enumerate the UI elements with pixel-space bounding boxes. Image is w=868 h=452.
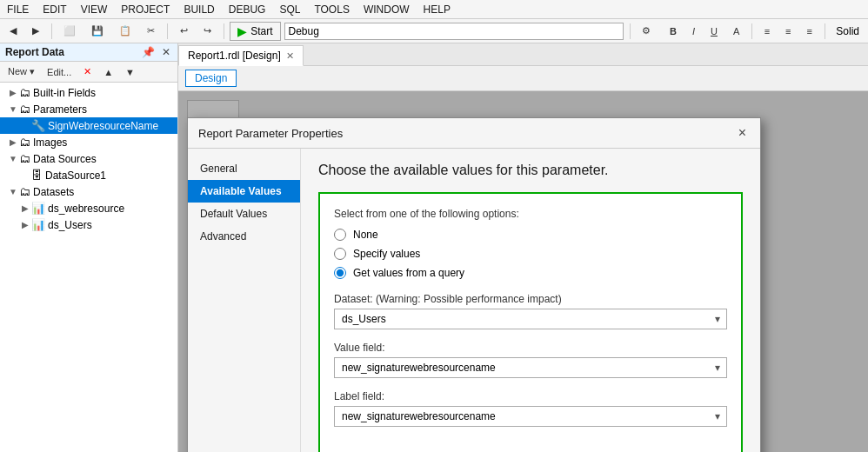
align-center[interactable]: ≡: [779, 23, 797, 39]
start-button[interactable]: ▶ Start: [230, 22, 280, 41]
menu-debug[interactable]: DEBUG: [222, 2, 273, 17]
move-up-btn[interactable]: ▲: [99, 65, 117, 79]
radio-query-input[interactable]: [334, 267, 346, 279]
menu-sql[interactable]: SQL: [272, 2, 307, 17]
design-btn[interactable]: Design: [185, 70, 237, 87]
toolbar-redo[interactable]: ↪: [197, 23, 217, 39]
new-label: New: [8, 66, 27, 76]
expand-builtin[interactable]: ▶: [7, 88, 19, 97]
toolbar-undo[interactable]: ↩: [174, 23, 194, 39]
dialog: Report Parameter Properties × General Av…: [187, 117, 761, 452]
debug-dropdown[interactable]: Debug: [284, 23, 624, 40]
dataset-section: Dataset: (Warning: Possible performance …: [334, 293, 727, 329]
param-icon: 🔧: [31, 119, 45, 132]
menu-file[interactable]: FILE: [0, 2, 36, 17]
nav-general[interactable]: General: [188, 157, 300, 180]
report-data-title: Report Data: [5, 46, 64, 58]
menu-tools[interactable]: TOOLS: [307, 2, 356, 17]
datasource1-icon: 🗄: [31, 169, 43, 182]
radio-specify-input[interactable]: [334, 248, 346, 260]
panel-header-icons: 📌 ✕: [140, 46, 172, 58]
new-dropdown-btn[interactable]: New ▾: [3, 64, 39, 79]
align-right[interactable]: ≡: [801, 23, 818, 39]
delete-btn[interactable]: ✕: [79, 64, 96, 79]
label-field-select-wrapper: new_signaturewebresourcename: [334, 406, 727, 427]
menu-build[interactable]: BUILD: [177, 2, 221, 17]
tree-datasets[interactable]: ▼ 🗂 Datasets: [0, 183, 177, 200]
tree-view: ▶ 🗂 Built-in Fields ▼ 🗂 Parameters 🔧 Sig: [0, 83, 177, 452]
radio-none-input[interactable]: [334, 229, 346, 241]
label-field-section: Label field: new_signaturewebresourcenam…: [334, 390, 727, 427]
tree-builtin-fields[interactable]: ▶ 🗂 Built-in Fields: [0, 84, 177, 101]
value-field-label: Value field:: [334, 342, 727, 354]
pin-icon[interactable]: 📌: [140, 46, 157, 58]
report1-tab-label: Report1.rdl [Design]: [188, 50, 281, 62]
close-panel-icon[interactable]: ✕: [160, 46, 172, 58]
tree-ds-users[interactable]: ▶ 📊 ds_Users: [0, 216, 177, 233]
report1-tab[interactable]: Report1.rdl [Design] ✕: [178, 45, 304, 66]
solid-label: Solid: [831, 25, 865, 37]
value-field-select[interactable]: new_signaturewebresourcename: [334, 357, 727, 378]
dialog-title-bar: Report Parameter Properties ×: [188, 118, 760, 149]
menu-edit[interactable]: EDIT: [36, 2, 73, 17]
tree-param-signwebresource[interactable]: 🔧 SignWebresourceName: [0, 117, 177, 134]
toolbar-icon5[interactable]: ⚙: [636, 23, 657, 39]
nav-advanced[interactable]: Advanced: [188, 225, 300, 248]
tree-ds-webresource[interactable]: ▶ 📊 ds_webresource: [0, 200, 177, 216]
menu-view[interactable]: VIEW: [74, 2, 115, 17]
toolbar-back[interactable]: ◀: [3, 23, 23, 39]
toolbar-icon3[interactable]: 📋: [113, 23, 137, 39]
tree-datasources[interactable]: ▼ 🗂 Data Sources: [0, 150, 177, 167]
start-label: Start: [250, 25, 272, 37]
parameters-label: Parameters: [33, 103, 87, 116]
expand-datasets[interactable]: ▼: [7, 187, 19, 196]
panel-toolbar: New ▾ Edit... ✕ ▲ ▼: [0, 62, 177, 83]
dialog-nav: General Available Values Default Values …: [188, 149, 301, 452]
datasources-icon: 🗂: [19, 152, 30, 165]
dsusers-icon: 📊: [31, 218, 45, 231]
dataset-select[interactable]: ds_Users ds_webresource: [334, 309, 727, 329]
param-name-label: SignWebresourceName: [48, 120, 158, 132]
radio-query[interactable]: Get values from a query: [334, 267, 727, 279]
value-field-select-wrapper: new_signaturewebresourcename: [334, 357, 727, 378]
tab-close-icon[interactable]: ✕: [286, 50, 294, 62]
menu-help[interactable]: HELP: [417, 2, 457, 17]
toolbar-icon1[interactable]: ⬜: [57, 23, 82, 39]
images-icon: 🗂: [19, 136, 30, 149]
label-field-select[interactable]: new_signaturewebresourcename: [334, 406, 727, 427]
nav-available-values[interactable]: Available Values: [188, 180, 300, 203]
toolbar-icon2[interactable]: 💾: [85, 23, 110, 39]
expand-dswebresource[interactable]: ▶: [19, 203, 31, 213]
menu-project[interactable]: PROJECT: [114, 2, 177, 17]
tree-parameters[interactable]: ▼ 🗂 Parameters: [0, 101, 177, 117]
content-area: Report1.rdl [Design] ✕ Design Report Par…: [178, 43, 868, 452]
datasources-label: Data Sources: [33, 153, 97, 165]
toolbar-icon4[interactable]: ✂: [141, 23, 161, 39]
radio-specify[interactable]: Specify values: [334, 248, 727, 260]
radio-none[interactable]: None: [334, 229, 727, 241]
expand-datasources[interactable]: ▼: [7, 154, 19, 163]
tree-images[interactable]: ▶ 🗂 Images: [0, 134, 177, 150]
expand-parameters[interactable]: ▼: [7, 104, 19, 114]
edit-btn[interactable]: Edit...: [43, 65, 76, 79]
dialog-body: General Available Values Default Values …: [188, 149, 760, 452]
expand-images[interactable]: ▶: [7, 137, 19, 147]
italic-btn[interactable]: I: [686, 23, 701, 39]
dsusers-label: ds_Users: [48, 219, 92, 231]
toolbar: ◀ ▶ ⬜ 💾 📋 ✂ ↩ ↪ ▶ Start Debug ⚙ B I U A …: [0, 19, 868, 43]
dialog-close-btn[interactable]: ×: [735, 125, 750, 141]
dialog-heading: Choose the available values for this par…: [318, 163, 743, 178]
menu-window[interactable]: WINDOW: [357, 2, 417, 17]
font-color-btn[interactable]: A: [727, 23, 745, 39]
align-left[interactable]: ≡: [758, 23, 776, 39]
toolbar-forward[interactable]: ▶: [26, 23, 45, 39]
underline-btn[interactable]: U: [704, 23, 724, 39]
panel-header: Report Data 📌 ✕: [0, 43, 177, 62]
nav-default-values[interactable]: Default Values: [188, 203, 300, 225]
bold-btn[interactable]: B: [664, 23, 683, 39]
radio-query-label: Get values from a query: [353, 267, 464, 279]
dswebresource-label: ds_webresource: [48, 203, 124, 215]
expand-dsusers[interactable]: ▶: [19, 220, 31, 229]
tree-datasource1[interactable]: 🗄 DataSource1: [0, 167, 177, 183]
move-down-btn[interactable]: ▼: [121, 65, 139, 79]
